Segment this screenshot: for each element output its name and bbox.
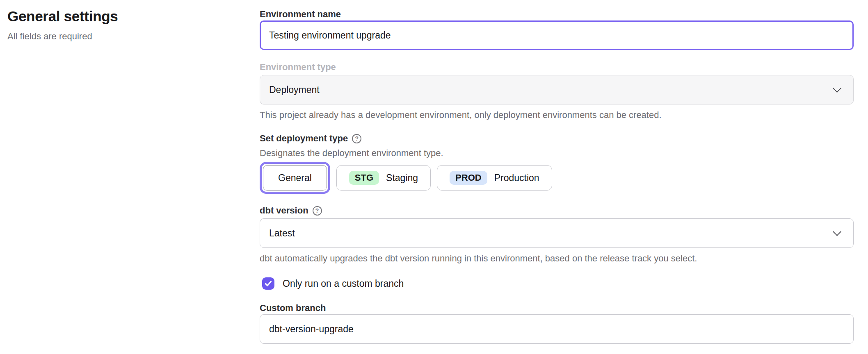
dbt-version-value: Latest xyxy=(269,228,295,239)
deployment-type-options: General STG Staging PROD Production xyxy=(260,162,854,194)
dbt-version-label-text: dbt version xyxy=(260,204,308,217)
settings-header: General settings All fields are required xyxy=(7,8,249,42)
environment-type-value: Deployment xyxy=(269,84,320,95)
environment-type-select: Deployment xyxy=(260,75,854,104)
custom-branch-toggle-row: Only run on a custom branch xyxy=(260,277,854,290)
dbt-version-helper: dbt automatically upgrades the dbt versi… xyxy=(260,252,854,265)
help-icon[interactable]: ? xyxy=(313,206,322,216)
environment-type-helper: This project already has a development e… xyxy=(260,109,854,121)
environment-settings-form: Environment name Environment type Deploy… xyxy=(260,0,854,344)
option-production-label: Production xyxy=(494,172,539,184)
staging-badge: STG xyxy=(349,171,379,185)
deployment-type-option-staging[interactable]: STG Staging xyxy=(336,165,431,191)
custom-branch-label: Custom branch xyxy=(260,302,854,314)
environment-name-input[interactable] xyxy=(260,20,854,50)
chevron-down-icon xyxy=(833,84,841,93)
selected-option-ring: General xyxy=(260,162,330,194)
option-staging-label: Staging xyxy=(386,172,418,184)
chevron-down-icon xyxy=(833,227,841,236)
deployment-type-helper: Designates the deployment environment ty… xyxy=(260,147,854,159)
dbt-version-label: dbt version ? xyxy=(260,204,854,217)
custom-branch-toggle-label: Only run on a custom branch xyxy=(283,278,404,289)
deployment-type-option-general[interactable]: General xyxy=(263,165,327,191)
environment-type-label: Environment type xyxy=(260,61,854,73)
page-title: General settings xyxy=(7,8,249,25)
custom-branch-checkbox[interactable] xyxy=(262,277,274,290)
production-badge: PROD xyxy=(450,171,487,185)
environment-name-label: Environment name xyxy=(260,8,854,20)
check-icon xyxy=(264,279,273,288)
deployment-type-label-text: Set deployment type xyxy=(260,132,348,145)
custom-branch-input[interactable] xyxy=(260,314,854,344)
option-general-label: General xyxy=(278,172,312,184)
dbt-version-select[interactable]: Latest xyxy=(260,218,854,248)
page-subtitle: All fields are required xyxy=(7,31,249,42)
deployment-type-label: Set deployment type ? xyxy=(260,132,854,145)
help-icon[interactable]: ? xyxy=(352,134,361,143)
deployment-type-option-production[interactable]: PROD Production xyxy=(437,165,552,191)
